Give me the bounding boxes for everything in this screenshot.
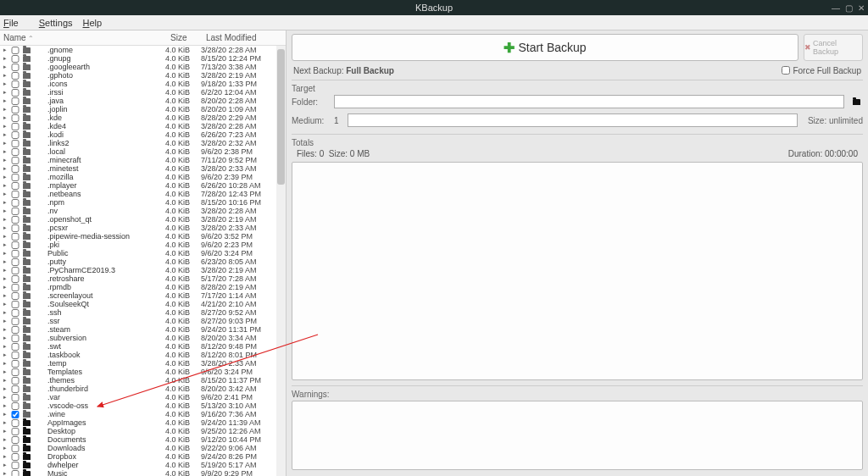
expand-icon[interactable]: ▸ bbox=[2, 80, 8, 88]
row-checkbox[interactable] bbox=[11, 216, 19, 224]
tree-row[interactable]: ▸.joplin4.0 KiB8/20/20 1:09 AM bbox=[0, 105, 286, 113]
row-checkbox[interactable] bbox=[11, 343, 19, 351]
tree-row[interactable]: ▸Public4.0 KiB9/6/20 3:24 PM bbox=[0, 249, 286, 257]
expand-icon[interactable]: ▸ bbox=[2, 385, 8, 393]
expand-icon[interactable]: ▸ bbox=[2, 435, 8, 444]
expand-icon[interactable]: ▸ bbox=[2, 393, 8, 401]
tree-row[interactable]: ▸.gphoto4.0 KiB3/28/20 2:19 AM bbox=[0, 71, 286, 80]
row-checkbox[interactable] bbox=[11, 445, 19, 452]
row-checkbox[interactable] bbox=[11, 326, 19, 334]
tree-row[interactable]: ▸.pipewire-media-session4.0 KiB9/6/20 3:… bbox=[0, 232, 286, 241]
tree-row[interactable]: ▸Dropbox4.0 KiB9/24/20 8:26 PM bbox=[0, 452, 286, 461]
tree-row[interactable]: ▸.retroshare4.0 KiB5/17/20 7:28 AM bbox=[0, 274, 286, 283]
row-checkbox[interactable] bbox=[11, 385, 19, 393]
row-checkbox[interactable] bbox=[11, 462, 19, 469]
row-checkbox[interactable] bbox=[11, 80, 19, 88]
row-checkbox[interactable] bbox=[11, 275, 19, 283]
tree-row[interactable]: ▸.gnome4.0 KiB3/28/20 2:28 AM bbox=[0, 46, 286, 54]
tree-row[interactable]: ▸.kde44.0 KiB3/28/20 2:28 AM bbox=[0, 122, 286, 130]
tree-row[interactable]: ▸Templates4.0 KiB9/6/20 3:24 PM bbox=[0, 368, 286, 376]
expand-icon[interactable]: ▸ bbox=[2, 274, 8, 283]
menu-file[interactable]: File bbox=[3, 18, 29, 28]
expand-icon[interactable]: ▸ bbox=[2, 232, 8, 241]
row-checkbox[interactable] bbox=[11, 309, 19, 317]
menu-help[interactable]: Help bbox=[83, 18, 103, 28]
close-icon[interactable]: ✕ bbox=[858, 3, 865, 13]
expand-icon[interactable]: ▸ bbox=[2, 147, 8, 156]
expand-icon[interactable]: ▸ bbox=[2, 359, 8, 368]
row-checkbox[interactable] bbox=[11, 140, 19, 147]
force-full-backup-input[interactable] bbox=[782, 66, 790, 75]
row-checkbox[interactable] bbox=[11, 258, 19, 266]
row-checkbox[interactable] bbox=[11, 292, 19, 300]
row-checkbox[interactable] bbox=[11, 335, 19, 342]
expand-icon[interactable]: ▸ bbox=[2, 325, 8, 334]
expand-icon[interactable]: ▸ bbox=[2, 351, 8, 359]
tree-row[interactable]: ▸.kodi4.0 KiB6/26/20 7:23 AM bbox=[0, 130, 286, 139]
expand-icon[interactable]: ▸ bbox=[2, 105, 8, 113]
tree-row[interactable]: ▸.PyCharmCE2019.34.0 KiB3/28/20 2:19 AM bbox=[0, 266, 286, 274]
tree-row[interactable]: ▸.pcsxr4.0 KiB3/28/20 2:33 AM bbox=[0, 224, 286, 232]
row-checkbox[interactable] bbox=[11, 89, 19, 97]
row-checkbox[interactable] bbox=[11, 174, 19, 181]
expand-icon[interactable]: ▸ bbox=[2, 181, 8, 190]
row-checkbox[interactable] bbox=[11, 250, 19, 257]
tree-row[interactable]: ▸.kde4.0 KiB8/28/20 2:29 AM bbox=[0, 113, 286, 122]
expand-icon[interactable]: ▸ bbox=[2, 257, 8, 266]
expand-icon[interactable]: ▸ bbox=[2, 469, 8, 476]
row-checkbox[interactable] bbox=[11, 106, 19, 113]
expand-icon[interactable]: ▸ bbox=[2, 300, 8, 308]
tree-row[interactable]: ▸.SoulseekQt4.0 KiB4/21/20 2:10 AM bbox=[0, 300, 286, 308]
force-full-backup-checkbox[interactable]: Force Full Backup bbox=[782, 66, 861, 75]
start-backup-button[interactable]: ✚ Start Backup bbox=[292, 34, 798, 61]
expand-icon[interactable]: ▸ bbox=[2, 368, 8, 376]
tree-row[interactable]: ▸.subversion4.0 KiB8/20/20 3:34 AM bbox=[0, 334, 286, 342]
tree-row[interactable]: ▸.wine4.0 KiB9/16/20 7:36 AM bbox=[0, 410, 286, 418]
row-checkbox[interactable] bbox=[11, 131, 19, 139]
expand-icon[interactable]: ▸ bbox=[2, 173, 8, 181]
row-checkbox[interactable] bbox=[11, 453, 19, 461]
tree-body[interactable]: ▸.gnome4.0 KiB3/28/20 2:28 AM▸.gnupg4.0 … bbox=[0, 46, 286, 476]
row-checkbox[interactable] bbox=[11, 402, 19, 410]
tree-row[interactable]: ▸.swt4.0 KiB8/12/20 9:48 PM bbox=[0, 342, 286, 351]
browse-folder-button[interactable] bbox=[849, 96, 863, 108]
col-modified[interactable]: Last Modified bbox=[203, 33, 286, 42]
row-checkbox[interactable] bbox=[11, 360, 19, 368]
expand-icon[interactable]: ▸ bbox=[2, 452, 8, 461]
expand-icon[interactable]: ▸ bbox=[2, 461, 8, 469]
expand-icon[interactable]: ▸ bbox=[2, 139, 8, 147]
expand-icon[interactable]: ▸ bbox=[2, 224, 8, 232]
tree-row[interactable]: ▸.links24.0 KiB3/28/20 2:32 AM bbox=[0, 139, 286, 147]
expand-icon[interactable]: ▸ bbox=[2, 63, 8, 71]
tree-row[interactable]: ▸.pki4.0 KiB9/6/20 2:23 PM bbox=[0, 241, 286, 249]
minimize-icon[interactable]: — bbox=[832, 3, 840, 13]
tree-row[interactable]: ▸.mozilla4.0 KiB9/6/20 2:39 PM bbox=[0, 173, 286, 181]
row-checkbox[interactable] bbox=[11, 165, 19, 173]
tree-row[interactable]: ▸.java4.0 KiB8/20/20 2:28 AM bbox=[0, 97, 286, 105]
tree-row[interactable]: ▸.themes4.0 KiB8/15/20 11:37 PM bbox=[0, 376, 286, 385]
tree-row[interactable]: ▸AppImages4.0 KiB9/24/20 11:39 AM bbox=[0, 418, 286, 427]
expand-icon[interactable]: ▸ bbox=[2, 156, 8, 164]
col-name[interactable]: Name ⌃ bbox=[0, 33, 167, 42]
expand-icon[interactable]: ▸ bbox=[2, 122, 8, 130]
scrollbar[interactable] bbox=[276, 46, 286, 476]
expand-icon[interactable]: ▸ bbox=[2, 88, 8, 97]
tree-row[interactable]: ▸.vscode-oss4.0 KiB5/13/20 3:10 AM bbox=[0, 401, 286, 410]
row-checkbox[interactable] bbox=[11, 368, 19, 376]
expand-icon[interactable]: ▸ bbox=[2, 164, 8, 173]
row-checkbox[interactable] bbox=[11, 284, 19, 291]
row-checkbox[interactable] bbox=[11, 428, 19, 435]
folder-input[interactable] bbox=[334, 95, 844, 108]
row-checkbox[interactable] bbox=[11, 123, 19, 130]
row-checkbox[interactable] bbox=[11, 351, 19, 359]
row-checkbox[interactable] bbox=[11, 157, 19, 164]
expand-icon[interactable]: ▸ bbox=[2, 215, 8, 224]
tree-row[interactable]: ▸Documents4.0 KiB9/12/20 10:44 PM bbox=[0, 435, 286, 444]
tree-row[interactable]: ▸.icons4.0 KiB9/18/20 1:33 PM bbox=[0, 80, 286, 88]
expand-icon[interactable]: ▸ bbox=[2, 283, 8, 291]
row-checkbox[interactable] bbox=[11, 419, 19, 427]
tree-row[interactable]: ▸.temp4.0 KiB3/28/20 2:33 AM bbox=[0, 359, 286, 368]
row-checkbox[interactable] bbox=[11, 377, 19, 385]
expand-icon[interactable]: ▸ bbox=[2, 308, 8, 317]
tree-row[interactable]: ▸.nv4.0 KiB3/28/20 2:28 AM bbox=[0, 207, 286, 215]
